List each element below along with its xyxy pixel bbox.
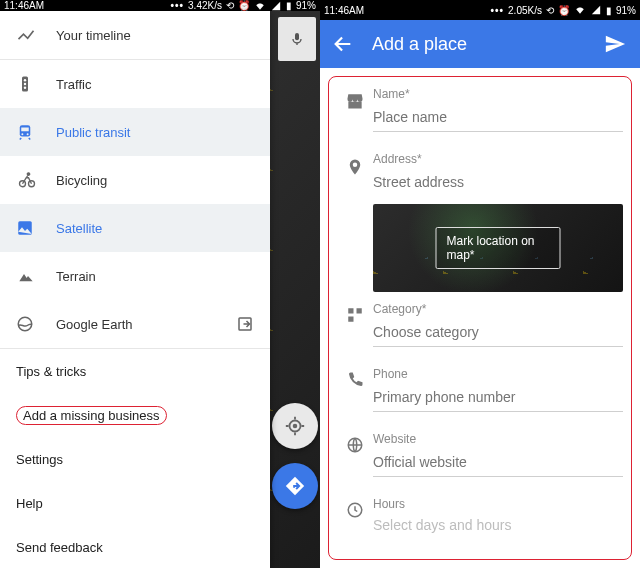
back-button[interactable] (332, 33, 354, 55)
field-category: Category* (337, 296, 623, 361)
menu-tips-tricks[interactable]: Tips & tricks (0, 349, 270, 393)
menu-label: Terrain (56, 269, 96, 284)
field-name: Name* (337, 81, 623, 146)
traffic-icon (16, 74, 56, 94)
signal-icon (590, 5, 602, 15)
status-time: 11:46AM (324, 5, 364, 16)
alarm-icon: ⏰ (558, 5, 570, 16)
battery-pct: 91% (616, 5, 636, 16)
page-title: Add a place (372, 34, 602, 55)
name-input[interactable] (373, 105, 623, 132)
submit-button[interactable] (602, 33, 628, 55)
menu-label: Google Earth (56, 317, 133, 332)
terrain-icon (16, 268, 56, 284)
add-place-form: Name* Address* Mark location on map* (328, 76, 632, 560)
battery-icon: ▮ (606, 5, 612, 16)
status-bar-left: 11:46AM ••• 3.42K/s ⟲ ⏰ ▮ 91% (0, 0, 320, 11)
bicycling-icon (16, 171, 56, 189)
voice-search-button[interactable] (278, 17, 316, 61)
address-input[interactable] (373, 170, 623, 196)
timeline-icon (16, 25, 56, 45)
field-website: Website (337, 426, 623, 491)
menu-label: Bicycling (56, 173, 107, 188)
left-phone: 11:46AM ••• 3.42K/s ⟲ ⏰ ▮ 91% (0, 0, 320, 568)
my-location-button[interactable] (272, 403, 318, 449)
svg-rect-14 (295, 33, 299, 40)
menu-label: Add a missing business (16, 406, 167, 425)
field-address: Address* Mark location on map* (337, 146, 623, 296)
clock-icon (337, 497, 373, 533)
battery-pct: 91% (296, 0, 316, 11)
phone-label: Phone (373, 367, 623, 381)
alarm-icon: ⏰ (238, 0, 250, 11)
hours-input[interactable]: Select days and hours (373, 515, 623, 533)
hours-label: Hours (373, 497, 623, 511)
phone-input[interactable] (373, 385, 623, 412)
svg-rect-18 (357, 308, 362, 313)
category-input[interactable] (373, 320, 623, 347)
status-icons: ••• 3.42K/s ⟲ ⏰ ▮ 91% (171, 0, 316, 11)
svg-point-2 (24, 83, 26, 85)
status-time: 11:46AM (4, 0, 44, 11)
menu-label: Public transit (56, 125, 130, 140)
menu-your-timeline[interactable]: Your timeline (0, 11, 270, 59)
app-bar: Add a place (320, 20, 640, 68)
svg-point-3 (24, 87, 26, 89)
launch-icon (236, 315, 254, 333)
menu-label: Traffic (56, 77, 91, 92)
map-background[interactable] (270, 11, 320, 568)
menu-add-missing-business[interactable]: Add a missing business (0, 393, 270, 437)
battery-icon: ▮ (286, 0, 292, 11)
field-hours: Hours Select days and hours (337, 491, 623, 533)
field-phone: Phone (337, 361, 623, 426)
menu-satellite[interactable]: Satellite (0, 204, 270, 252)
status-net: 3.42K/s (188, 0, 222, 11)
svg-point-6 (21, 133, 23, 135)
storefront-icon (337, 87, 373, 132)
menu-traffic[interactable]: Traffic (0, 60, 270, 108)
menu-public-transit[interactable]: Public transit (0, 108, 270, 156)
svg-rect-19 (348, 317, 353, 322)
menu-label: Satellite (56, 221, 102, 236)
menu-terrain[interactable]: Terrain (0, 252, 270, 300)
map-thumbnail[interactable]: Mark location on map* (373, 204, 623, 292)
signal-icon (270, 1, 282, 11)
category-icon (337, 302, 373, 347)
svg-point-7 (27, 133, 29, 135)
menu-label: Settings (16, 452, 63, 467)
menu-send-feedback[interactable]: Send feedback (0, 525, 270, 568)
drawer-menu: Your timeline Traffic Public transit (0, 11, 270, 568)
status-net: 2.05K/s (508, 5, 542, 16)
sync-icon: ⟲ (226, 0, 234, 11)
wifi-icon (254, 1, 266, 11)
wifi-icon (574, 5, 586, 15)
transit-icon (16, 122, 56, 142)
menu-label: Help (16, 496, 43, 511)
name-label: Name* (373, 87, 623, 101)
right-phone: 11:46AM ••• 2.05K/s ⟲ ⏰ ▮ 91% Add (320, 0, 640, 568)
mark-location-button[interactable]: Mark location on map* (436, 227, 561, 269)
website-label: Website (373, 432, 623, 446)
svg-point-10 (27, 173, 29, 175)
earth-icon (16, 315, 56, 333)
menu-label: Your timeline (56, 28, 131, 43)
phone-icon (337, 367, 373, 412)
globe-icon (337, 432, 373, 477)
menu-bicycling[interactable]: Bicycling (0, 156, 270, 204)
menu-help[interactable]: Help (0, 481, 270, 525)
menu-label: Send feedback (16, 540, 103, 555)
directions-button[interactable] (272, 463, 318, 509)
status-icons: ••• 2.05K/s ⟲ ⏰ ▮ 91% (491, 5, 636, 16)
location-pin-icon (337, 152, 373, 292)
satellite-icon (16, 219, 56, 237)
svg-point-16 (294, 425, 297, 428)
website-input[interactable] (373, 450, 623, 477)
svg-point-1 (24, 79, 26, 81)
category-label: Category* (373, 302, 623, 316)
svg-rect-17 (348, 308, 353, 313)
menu-google-earth[interactable]: Google Earth (0, 300, 270, 348)
svg-rect-5 (21, 128, 29, 132)
address-label: Address* (373, 152, 623, 166)
menu-label: Tips & tricks (16, 364, 86, 379)
menu-settings[interactable]: Settings (0, 437, 270, 481)
